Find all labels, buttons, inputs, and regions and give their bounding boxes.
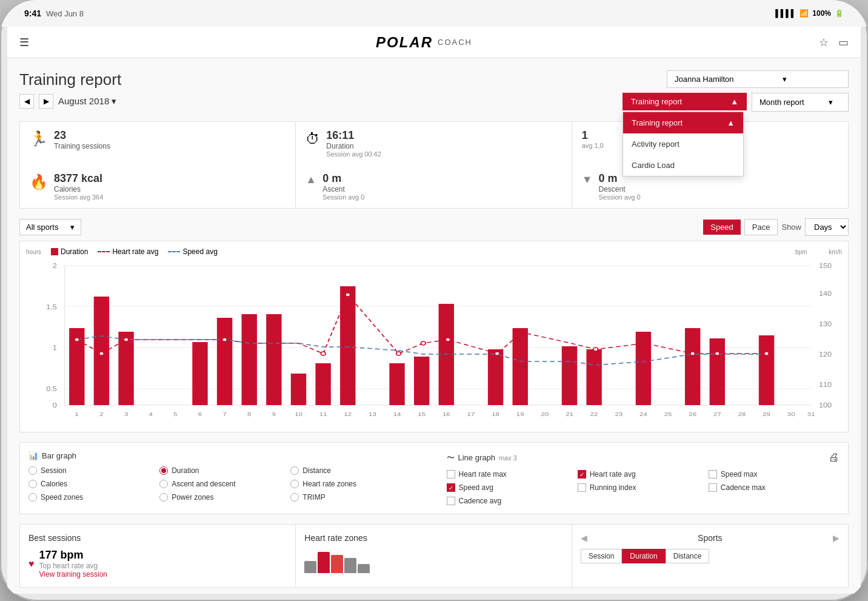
stat-duration: ⏱ 16:11 Duration Session avg 00:42 xyxy=(296,122,572,165)
option-running-index[interactable]: Running index xyxy=(578,483,709,492)
hours-label: hours xyxy=(26,249,41,255)
option-distance[interactable]: Distance xyxy=(290,466,421,475)
next-sports-arrow[interactable]: ▶ xyxy=(833,533,840,543)
option-duration[interactable]: Duration xyxy=(159,466,290,475)
report-title-section: Training report ◀ ▶ August 2018 ▾ xyxy=(19,70,121,109)
next-date-button[interactable]: ▶ xyxy=(39,94,53,109)
heart-icon: ♥ xyxy=(28,559,35,569)
fire-icon: 🔥 xyxy=(30,173,48,190)
svg-text:14: 14 xyxy=(393,411,401,417)
option-speed-max[interactable]: Speed max xyxy=(709,470,840,478)
dropdown-item-activity[interactable]: Activity report xyxy=(623,133,743,155)
prev-sports-arrow[interactable]: ◀ xyxy=(581,533,587,543)
session-label: Top heart rate avg xyxy=(39,562,108,570)
svg-point-52 xyxy=(764,352,769,355)
option-cadence-max[interactable]: Cadence max xyxy=(709,483,840,492)
main-content: Training report ◀ ▶ August 2018 ▾ Joanna… xyxy=(7,58,861,594)
view-link[interactable]: View training session xyxy=(39,570,108,579)
stat-calories: 🔥 8377 kcal Calories Session avg 364 xyxy=(20,165,296,208)
ascent-icon: ▲ xyxy=(305,173,316,186)
svg-text:8: 8 xyxy=(247,411,252,417)
top-nav: ☰ POLAR COACH ☆ ▭ xyxy=(7,27,861,58)
svg-text:0: 0 xyxy=(53,402,57,408)
svg-text:24: 24 xyxy=(639,411,647,417)
user-select[interactable]: Joanna Hamilton ▾ xyxy=(667,70,849,88)
svg-text:25: 25 xyxy=(664,411,672,417)
svg-rect-22 xyxy=(217,318,232,405)
show-label: Show xyxy=(781,223,801,232)
menu-button[interactable]: ☰ xyxy=(19,36,29,49)
date-nav: ◀ ▶ August 2018 ▾ xyxy=(19,94,121,109)
month-select[interactable]: Month report ▾ xyxy=(752,93,849,112)
coach-label: COACH xyxy=(438,38,472,47)
sports-tab-distance[interactable]: Distance xyxy=(666,549,710,563)
report-type-dropdown[interactable]: Training report ▲ xyxy=(623,93,747,110)
option-session[interactable]: Session xyxy=(28,466,159,475)
svg-text:26: 26 xyxy=(689,411,696,417)
svg-rect-33 xyxy=(562,346,577,405)
dropdown-item-training[interactable]: Training report ▲ xyxy=(623,112,743,133)
device-frame: 9:41 Wed Jun 8 ▌▌▌▌ 📶 100% 🔋 ☰ POLAR COA… xyxy=(0,0,868,601)
option-hr-avg-line[interactable]: ✓ Heart rate avg xyxy=(578,470,709,478)
svg-rect-36 xyxy=(685,328,700,405)
status-bar: 9:41 Wed Jun 8 ▌▌▌▌ 📶 100% 🔋 xyxy=(0,0,868,27)
speed-avg-line-legend xyxy=(168,251,180,252)
option-speed-zones[interactable]: Speed zones xyxy=(28,493,159,502)
svg-text:31: 31 xyxy=(807,411,815,417)
print-icon[interactable]: 🖨 xyxy=(829,451,840,464)
chart-legend: hours Duration Heart rate avg Speed avg xyxy=(26,247,842,256)
svg-text:23: 23 xyxy=(615,411,623,417)
hr-avg-line-legend xyxy=(98,251,110,252)
svg-rect-31 xyxy=(488,349,503,405)
svg-point-44 xyxy=(346,293,350,297)
svg-text:3: 3 xyxy=(124,411,129,417)
svg-text:1: 1 xyxy=(53,344,57,351)
sports-title: ◀ Sports ▶ xyxy=(581,533,840,543)
svg-text:19: 19 xyxy=(516,411,524,417)
svg-point-41 xyxy=(124,338,129,341)
option-power-zones[interactable]: Power zones xyxy=(159,493,290,502)
svg-text:15: 15 xyxy=(418,411,426,417)
days-select[interactable]: Days xyxy=(805,218,849,236)
prev-date-button[interactable]: ◀ xyxy=(19,94,34,109)
svg-text:6: 6 xyxy=(198,411,202,417)
battery-label: 100% xyxy=(812,9,831,18)
current-date[interactable]: August 2018 ▾ xyxy=(58,96,116,107)
option-hr-max[interactable]: Heart rate max xyxy=(447,470,578,478)
running-icon: 🏃 xyxy=(30,130,48,147)
legend-speed-avg: Speed avg xyxy=(168,247,217,256)
svg-rect-26 xyxy=(315,363,330,405)
option-speed-avg-line[interactable]: ✓ Speed avg xyxy=(447,483,578,492)
bottom-panels: Best sessions ♥ 177 bpm Top heart rate a… xyxy=(19,524,849,588)
svg-point-47 xyxy=(446,338,450,341)
svg-point-48 xyxy=(495,352,499,355)
option-cadence-avg[interactable]: Cadence avg xyxy=(447,497,578,505)
option-calories[interactable]: Calories xyxy=(28,480,159,488)
sports-tab-duration[interactable]: Duration xyxy=(622,549,665,563)
svg-rect-21 xyxy=(192,342,207,405)
legend-hr-avg: Heart rate avg xyxy=(98,247,158,256)
svg-text:110: 110 xyxy=(819,381,832,388)
graph-options: 📊 Bar graph Session Duration xyxy=(19,442,849,514)
svg-text:0.5: 0.5 xyxy=(46,386,57,392)
svg-text:140: 140 xyxy=(819,290,832,297)
option-trimp[interactable]: TRIMP xyxy=(290,493,421,502)
pace-button[interactable]: Pace xyxy=(744,219,778,235)
dropdown-item-cardio[interactable]: Cardio Load xyxy=(623,155,743,176)
sports-tab-session[interactable]: Session xyxy=(581,549,623,563)
svg-text:150: 150 xyxy=(819,263,832,269)
chat-icon[interactable]: ▭ xyxy=(838,36,849,49)
status-time: 9:41 xyxy=(24,8,41,18)
hr-zones-title: Heart rate zones xyxy=(304,533,563,543)
timer-icon: ⏱ xyxy=(305,130,320,147)
svg-text:16: 16 xyxy=(442,411,450,417)
svg-text:21: 21 xyxy=(566,411,573,417)
star-icon[interactable]: ☆ xyxy=(819,36,829,49)
option-ascent-descent[interactable]: Ascent and descent xyxy=(159,480,290,488)
report-controls: Joanna Hamilton ▾ Training report ▲ xyxy=(623,70,849,112)
sports-select[interactable]: All sports ▾ xyxy=(19,219,81,235)
speed-button[interactable]: Speed xyxy=(703,220,741,235)
option-hr-zones[interactable]: Heart rate zones xyxy=(290,480,421,488)
bpm-value: 177 bpm xyxy=(39,549,108,562)
svg-text:20: 20 xyxy=(541,411,549,417)
